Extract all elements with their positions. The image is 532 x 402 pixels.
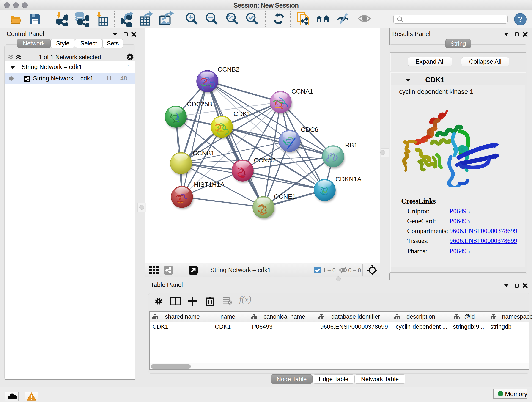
svg-text:CCNE1: CCNE1 [274,193,296,200]
svg-text:CDC6: CDC6 [301,126,318,133]
svg-text:CCNA2: CCNA2 [254,157,276,164]
svg-text:HIST1H1A: HIST1H1A [194,181,225,188]
svg-text:CCNB2: CCNB2 [218,66,239,73]
svg-text:RB1: RB1 [345,142,357,149]
svg-text:CDKN1A: CDKN1A [336,176,361,183]
svg-text:CDC25B: CDC25B [187,101,212,108]
svg-text:CDK1: CDK1 [234,110,251,117]
svg-text:CCNB1: CCNB1 [193,150,215,157]
svg-text:CCNA1: CCNA1 [291,88,313,95]
svg-text:?: ? [518,15,523,23]
